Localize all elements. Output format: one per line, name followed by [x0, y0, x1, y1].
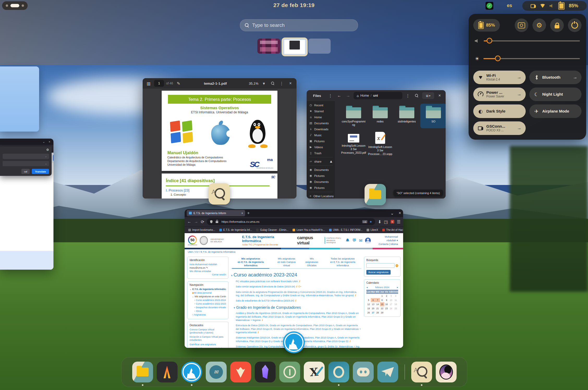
- dock-icon-keepassxc[interactable]: [279, 362, 300, 382]
- bookmark-item[interactable]: E.T.S. de Ingeniería Inf...: [219, 228, 252, 231]
- calendar-cell[interactable]: [366, 294, 371, 298]
- dock-icon-files[interactable]: [132, 362, 153, 382]
- calendar-cell[interactable]: 10: [389, 298, 393, 302]
- bookmark-item[interactable]: Gulag Cleaner - Elimin...: [256, 228, 288, 231]
- files-app-badge[interactable]: [365, 184, 386, 205]
- calendar-cell[interactable]: 25: [393, 306, 398, 311]
- avatar[interactable]: [365, 238, 371, 243]
- settings-button[interactable]: ⚙: [532, 18, 546, 32]
- sidebar-item-music[interactable]: ♪Music: [307, 132, 335, 138]
- web-page[interactable]: 50 ANIVERSARIO UNIVERSIDAD DE MÁLAGA E.T…: [185, 233, 403, 348]
- menu-kebab-icon[interactable]: ⋮: [404, 92, 411, 99]
- nav-tree-item[interactable]: ›Curso académico 2023-2024: [190, 299, 226, 301]
- annotate-icon[interactable]: ✎: [175, 80, 182, 87]
- calendar-cell[interactable]: 1: [380, 294, 384, 298]
- path-bar[interactable]: ⌂ Home / uni: [354, 92, 402, 99]
- nav-tree-item[interactable]: ▣Mi área personal: [190, 292, 226, 294]
- last-entries-link[interactable]: Mis últimas entradas: [190, 270, 211, 273]
- hamburger-menu-icon[interactable]: ☰: [397, 219, 401, 224]
- new-tab-icon[interactable]: +: [247, 211, 250, 215]
- forward-icon[interactable]: →: [345, 92, 351, 99]
- calendar-cell[interactable]: 29: [380, 311, 384, 315]
- calendar-cell[interactable]: 12: [366, 302, 371, 306]
- calendar-cell[interactable]: 17: [389, 302, 393, 306]
- sidebar-item-documents[interactable]: ◉Documents: [307, 179, 335, 185]
- dock-icon-document-viewer[interactable]: A: [411, 362, 432, 382]
- gear-icon[interactable]: ⚙: [3, 148, 49, 152]
- toggle-power-[interactable]: Power ...Power Saver→: [473, 88, 526, 101]
- workspace-thumbnail-1[interactable]: [257, 39, 280, 54]
- nav-tree-item[interactable]: ›Otros: [190, 310, 226, 312]
- list-tabs-icon[interactable]: ⌄: [390, 211, 394, 216]
- tab-close-icon[interactable]: ×: [241, 212, 243, 215]
- checkmark-tray-icon[interactable]: ✓: [486, 2, 493, 10]
- course-link[interactable]: Sala común asignatura Estructura de Dato…: [236, 285, 361, 288]
- partial-browser-window[interactable]: ⌄ × Aa ★ ⬇ ◳ u ☰ eaner ☕ Invitanos a un …: [0, 139, 53, 270]
- course-tab[interactable]: Mis asignaturasOficiales: [304, 257, 320, 268]
- translate-icon[interactable]: Aa: [362, 220, 367, 223]
- calendar-cell[interactable]: 7: [375, 298, 380, 302]
- folder-sistInteligentes[interactable]: sistInteligentes: [394, 104, 420, 128]
- page-number-input[interactable]: 1: [154, 80, 164, 87]
- calendar-cell[interactable]: 18: [393, 302, 398, 306]
- school-links[interactable]: Aulas TIC | Programación Docente: [242, 243, 288, 246]
- shield-icon[interactable]: [210, 220, 213, 223]
- bookmark-item[interactable]: Import bookmarks...: [188, 228, 215, 231]
- course-link[interactable]: Análisis y Diseño de Algoritmos (2023-24…: [236, 311, 361, 322]
- bookmark-item[interactable]: Learn You a Haskell fo...: [293, 228, 325, 231]
- librewolf-app-badge[interactable]: [283, 331, 305, 353]
- email-line[interactable]: masu@uma.es ✎: [190, 267, 226, 269]
- course-search-input[interactable]: [366, 263, 395, 268]
- calendar-cell[interactable]: 13: [371, 302, 375, 306]
- calendar-cell[interactable]: 28: [375, 311, 380, 315]
- calendar-cell[interactable]: 22: [380, 306, 384, 311]
- toggle-bluetooth[interactable]: Bluetooth→: [529, 71, 582, 84]
- sidebar-item-home[interactable]: ⌂Home: [307, 114, 335, 120]
- section-heading[interactable]: ▾Grado en Ingeniería de Computadores: [234, 305, 361, 309]
- translate-button[interactable]: Translate: [32, 169, 49, 174]
- close-icon[interactable]: ×: [49, 140, 50, 143]
- file-IntroIngSoft.Lesson[interactable]: IntroIngSoft.Lesson 3 Sw Processes_2023.…: [341, 129, 367, 157]
- contact-language-links[interactable]: Contacta | Idioma: [375, 242, 398, 246]
- calendar-month[interactable]: febrero 2024: [375, 286, 389, 289]
- menu-kebab-icon[interactable]: ⋮: [278, 80, 285, 87]
- calendar-cell[interactable]: 19: [366, 306, 371, 311]
- dock-icon-obsidian[interactable]: [255, 362, 276, 382]
- school-name[interactable]: E.T.S. de Ingeniería Informática: [242, 235, 288, 243]
- search-icon[interactable]: [269, 80, 276, 87]
- sidebar-item-recent[interactable]: ◷Recent: [307, 102, 335, 108]
- pdf-viewer-window[interactable]: ▥ 1 of 46 ✎ tema2-1-1.pdf 35,1% ▾ ⋮ × Te…: [143, 78, 296, 199]
- section-heading[interactable]: ▾Curso académico 2023-2024: [231, 272, 361, 278]
- browser-tab[interactable]: CV E.T.S. de Ingeniería Inform ×: [187, 210, 245, 216]
- brightness-slider[interactable]: ☀: [475, 55, 580, 62]
- coffee-button[interactable]: ☕ Invitanos a un café: [53, 154, 53, 161]
- calendar-cell[interactable]: 3: [389, 294, 393, 298]
- nav-tree-item[interactable]: ›Asignaturas: [190, 313, 226, 316]
- calendar-cell[interactable]: 6: [371, 298, 375, 302]
- featured-link[interactable]: Gamificar una asignatura: [190, 343, 226, 346]
- battery-pill[interactable]: 85%: [473, 19, 500, 32]
- workspace-thumbnail-3-empty[interactable]: [308, 39, 331, 54]
- sidebar-toggle-icon[interactable]: ▥: [145, 80, 152, 87]
- course-link[interactable]: Sala común de la asignatura Programación…: [236, 290, 361, 297]
- view-toggle[interactable]: ▤ ▾: [422, 92, 434, 99]
- close-icon[interactable]: ×: [287, 80, 294, 87]
- toggle-dark-style[interactable]: ◐Dark Style: [473, 104, 526, 118]
- sidebar-item-share[interactable]: ▱share▲: [307, 158, 335, 164]
- calendar-cell[interactable]: 21: [375, 306, 380, 311]
- dock-icon-brave[interactable]: [230, 362, 251, 382]
- chevron-down-icon[interactable]: ⌄: [43, 140, 45, 144]
- clock[interactable]: 27 de feb 19:19: [0, 2, 588, 8]
- calendar-cell[interactable]: 23: [384, 306, 389, 311]
- toggle-gsconn-[interactable]: GSConn...POCO X3 ...→: [473, 121, 526, 135]
- calendar-cell[interactable]: [371, 294, 375, 298]
- file-IntroIngSoft.Lesson[interactable]: xIntroIngSoft.Lesson 3 Sw Processe... 23…: [367, 129, 393, 157]
- url-bar[interactable]: https://informatica.cv.uma.es Aa ★: [207, 218, 375, 225]
- calendar-cell[interactable]: 15: [380, 302, 384, 306]
- sidebar-item-trash[interactable]: ▯Trash: [307, 150, 335, 156]
- folder-SO[interactable]: SO: [420, 104, 446, 128]
- chat-icon[interactable]: 💬︎: [352, 238, 356, 243]
- partial-window-blue[interactable]: [0, 66, 39, 132]
- calendar-cell[interactable]: 4: [393, 294, 398, 298]
- bookmark-item[interactable]: LibreX: [367, 228, 378, 231]
